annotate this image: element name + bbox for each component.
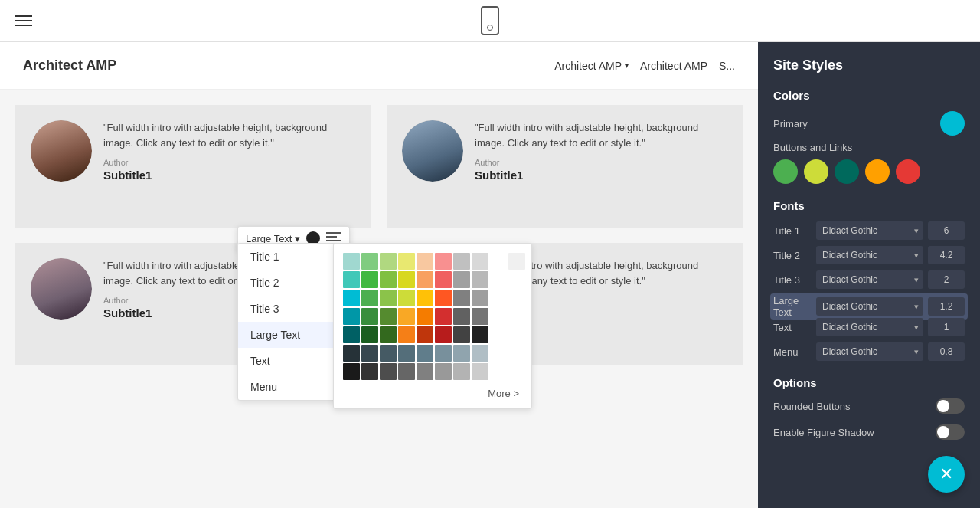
color-swatch[interactable] <box>416 308 433 325</box>
color-swatch[interactable] <box>398 290 415 306</box>
color-swatch[interactable] <box>398 308 415 325</box>
color-swatch[interactable] <box>490 345 507 362</box>
color-swatch[interactable] <box>435 271 452 288</box>
panel-color-swatch[interactable] <box>804 159 828 184</box>
color-swatch[interactable] <box>508 326 525 343</box>
color-swatch[interactable] <box>380 253 397 270</box>
dropdown-item-text[interactable]: Text <box>238 348 336 374</box>
color-swatch[interactable] <box>361 271 378 288</box>
panel-color-swatch[interactable] <box>896 159 920 184</box>
color-swatch[interactable] <box>508 290 525 306</box>
color-swatch[interactable] <box>343 308 360 325</box>
color-swatch[interactable] <box>435 345 452 362</box>
color-swatch[interactable] <box>490 363 507 380</box>
color-swatch[interactable] <box>472 290 488 306</box>
toggle-1[interactable] <box>936 424 965 440</box>
color-swatch[interactable] <box>361 363 378 380</box>
font-size-input[interactable]: 0.8 <box>928 342 965 361</box>
color-swatch[interactable] <box>380 326 397 343</box>
color-swatch[interactable] <box>416 345 433 362</box>
color-swatch[interactable] <box>472 326 488 343</box>
color-swatch[interactable] <box>453 326 470 343</box>
dropdown-item-title1[interactable]: Title 1 <box>238 244 336 270</box>
dropdown-item-title3[interactable]: Title 3 <box>238 296 336 322</box>
color-swatch[interactable] <box>416 253 433 270</box>
color-swatch[interactable] <box>508 363 525 380</box>
color-swatch[interactable] <box>435 326 452 343</box>
color-swatch[interactable] <box>490 326 507 343</box>
color-swatch[interactable] <box>453 253 470 270</box>
color-swatch[interactable] <box>398 326 415 343</box>
color-swatch[interactable] <box>343 345 360 362</box>
color-swatch[interactable] <box>453 363 470 380</box>
color-swatch[interactable] <box>416 290 433 306</box>
font-family-select[interactable]: Didact Gothic <box>816 297 923 316</box>
color-swatch[interactable] <box>343 253 360 270</box>
color-swatch[interactable] <box>416 271 433 288</box>
color-swatch[interactable] <box>398 271 415 288</box>
panel-color-swatch[interactable] <box>865 159 890 184</box>
color-swatch[interactable] <box>453 308 470 325</box>
fab-close-button[interactable]: ✕ <box>928 456 965 493</box>
color-swatch[interactable] <box>380 308 397 325</box>
color-swatch[interactable] <box>472 308 488 325</box>
primary-color-swatch[interactable] <box>940 111 965 136</box>
color-swatch[interactable] <box>416 326 433 343</box>
font-size-input[interactable]: 6 <box>928 221 965 240</box>
more-colors-link[interactable]: More > <box>343 388 522 399</box>
color-swatch[interactable] <box>343 271 360 288</box>
color-swatch[interactable] <box>435 308 452 325</box>
font-family-select[interactable]: Didact Gothic <box>816 270 923 289</box>
panel-color-swatch[interactable] <box>835 159 859 184</box>
dropdown-item-largetext[interactable]: Large Text <box>238 322 336 348</box>
font-size-input[interactable]: 1 <box>928 318 965 336</box>
color-swatch[interactable] <box>472 363 488 380</box>
color-swatch[interactable] <box>380 363 397 380</box>
color-swatch[interactable] <box>361 253 378 270</box>
color-swatch[interactable] <box>416 363 433 380</box>
color-swatch[interactable] <box>361 308 378 325</box>
font-family-select[interactable]: Didact Gothic <box>816 246 923 264</box>
color-swatch[interactable] <box>490 290 507 306</box>
color-swatch[interactable] <box>508 271 525 288</box>
color-swatch[interactable] <box>361 290 378 306</box>
color-swatch[interactable] <box>472 253 488 270</box>
menu-icon[interactable] <box>15 15 32 26</box>
color-swatch[interactable] <box>472 345 488 362</box>
dropdown-item-menu[interactable]: Menu <box>238 374 336 400</box>
font-size-input[interactable]: 2 <box>928 270 965 289</box>
nav-link-1[interactable]: Architect AMP ▾ <box>554 60 629 72</box>
color-swatch[interactable] <box>398 253 415 270</box>
color-swatch[interactable] <box>361 326 378 343</box>
color-swatch[interactable] <box>380 271 397 288</box>
color-swatch[interactable] <box>508 253 525 270</box>
font-family-select[interactable]: Didact Gothic <box>816 342 923 361</box>
color-swatch[interactable] <box>453 290 470 306</box>
color-swatch[interactable] <box>343 363 360 380</box>
color-swatch[interactable] <box>398 363 415 380</box>
color-swatch[interactable] <box>435 290 452 306</box>
color-swatch[interactable] <box>343 326 360 343</box>
color-swatch[interactable] <box>453 345 470 362</box>
dropdown-item-title2[interactable]: Title 2 <box>238 270 336 296</box>
nav-link-2[interactable]: Architect AMP <box>640 60 707 72</box>
color-swatch[interactable] <box>472 271 488 288</box>
color-swatch[interactable] <box>490 253 507 270</box>
font-size-input[interactable]: 4.2 <box>928 246 965 264</box>
color-swatch[interactable] <box>490 271 507 288</box>
color-swatch[interactable] <box>361 345 378 362</box>
panel-color-swatch[interactable] <box>773 159 798 184</box>
color-swatch[interactable] <box>435 253 452 270</box>
toggle-0[interactable] <box>936 398 965 414</box>
color-swatch[interactable] <box>435 363 452 380</box>
font-size-input[interactable]: 1.2 <box>928 297 965 316</box>
color-swatch[interactable] <box>490 308 507 325</box>
color-swatch[interactable] <box>508 308 525 325</box>
nav-link-3[interactable]: S... <box>719 60 735 72</box>
color-swatch[interactable] <box>343 290 360 306</box>
font-family-select[interactable]: Didact Gothic <box>816 318 923 336</box>
color-swatch[interactable] <box>508 345 525 362</box>
mobile-preview-icon[interactable] <box>481 6 499 35</box>
font-family-select[interactable]: Didact Gothic <box>816 221 923 240</box>
color-swatch[interactable] <box>380 290 397 306</box>
